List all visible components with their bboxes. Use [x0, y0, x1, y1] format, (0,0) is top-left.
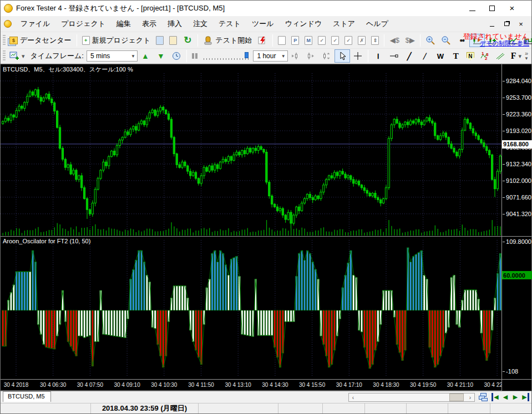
crosshair-tool-button[interactable] [350, 49, 366, 63]
close-order-icon: ✓ [331, 36, 339, 45]
vline-tool-button[interactable]: Ⅰ [371, 49, 386, 63]
tile-windows-button[interactable] [479, 393, 489, 402]
scroll-left-icon[interactable]: ‹ [349, 393, 357, 401]
open-project-button[interactable] [153, 34, 166, 47]
elliott-wave-tool-button[interactable]: 312 [477, 49, 493, 63]
scrollbar-track[interactable] [357, 393, 466, 401]
zoom-out-button[interactable] [438, 34, 454, 47]
deposit-icon: ◀$ [389, 35, 399, 45]
chevron-down-icon: ▼ [277, 54, 286, 59]
time-settings-button[interactable] [169, 49, 184, 63]
time-axis[interactable]: 30 4 201830 4 06:3030 4 07:5030 4 09:103… [1, 380, 501, 391]
timeframe-label: タイムフレーム: [28, 49, 87, 63]
mdi-minimize-button[interactable] [487, 19, 497, 28]
deposit-button[interactable]: ◀$ [387, 34, 402, 47]
new-chart-button[interactable]: ▾ [7, 49, 28, 63]
menu-store[interactable]: ストア [327, 17, 361, 31]
chevron-down-icon: ▼ [524, 56, 529, 61]
speed-slider[interactable] [204, 52, 250, 60]
chart-region: BTCUSD、M5、セル:303400、スケール:100 % 9284.0409… [1, 64, 531, 391]
text-tool-button[interactable]: T [448, 49, 464, 63]
toolbar-overflow[interactable]: » ▼ [524, 51, 530, 61]
cursor-tool-button[interactable] [335, 49, 350, 63]
modify-order-button[interactable]: ✓ [315, 34, 328, 47]
tab-btcusd-m5[interactable]: BTCUSD, M5 [3, 391, 51, 402]
scroll-right-icon[interactable]: › [466, 393, 474, 401]
menu-project[interactable]: プロジェクト [55, 17, 111, 31]
channel-tool-icon [495, 51, 505, 61]
menu-view[interactable]: 表示 [136, 17, 162, 31]
price-axis[interactable]: 9284.0409253.7009223.3609193.0209162.680… [501, 64, 531, 237]
new-order-button[interactable] [275, 34, 288, 47]
font-tool-button[interactable]: F ▾ [508, 49, 524, 63]
withdraw-button[interactable]: $▶ [402, 34, 418, 47]
pending-order-button[interactable]: P [288, 34, 302, 47]
go-prev-button[interactable]: ◀ [501, 393, 509, 401]
ray-tool-button[interactable]: ╱ [417, 49, 433, 63]
step-updown-button[interactable] [319, 49, 335, 63]
start-test-button[interactable]: テスト開始 [200, 34, 255, 47]
data-center-button[interactable]: $ データセンター [7, 34, 74, 47]
maximize-button[interactable] [486, 3, 498, 13]
menu-help[interactable]: ヘルプ [361, 17, 394, 31]
indicator-axis-top: 109.8000 [506, 238, 531, 245]
timeframe-down-button[interactable]: ▼ [153, 49, 169, 63]
quick-test-button[interactable] [255, 34, 270, 47]
menu-tools[interactable]: ツール [246, 17, 280, 31]
menu-orders[interactable]: 注文 [188, 17, 213, 31]
save-project-button[interactable] [166, 34, 180, 47]
minimize-button[interactable] [466, 3, 478, 13]
menu-insert[interactable]: 挿入 [162, 17, 188, 31]
slider-thumb[interactable] [245, 52, 249, 58]
time-tick: 30 4 15:50 [299, 382, 325, 388]
note-tool-button[interactable]: N [464, 50, 477, 62]
go-first-button[interactable]: ◀ [492, 393, 499, 401]
go-next-button[interactable]: ▶ [511, 393, 519, 401]
horizontal-scrollbar[interactable]: ‹ › [348, 393, 475, 402]
main-chart[interactable]: BTCUSD、M5、セル:303400、スケール:100 % [1, 64, 501, 237]
up-arrow-icon: ▲ [140, 51, 150, 61]
go-last-button[interactable]: ▶ [521, 393, 529, 401]
candle-forward-icon [306, 51, 316, 61]
scrollbar-thumb[interactable] [449, 393, 464, 401]
sort-orders-icon: ⇕ [371, 36, 379, 45]
close-order-button[interactable]: ✓ [328, 34, 342, 47]
hline-tool-button[interactable] [386, 49, 402, 63]
chevron-down-icon: ▼ [126, 54, 135, 59]
trendline-tool-button[interactable]: ╱ [402, 49, 417, 63]
tester-icon [203, 35, 213, 45]
current-price-box: 9168.800 [502, 140, 532, 149]
timeframe-select[interactable]: 5 mins ▼ [87, 50, 138, 62]
wave-tool-button[interactable]: W [433, 49, 448, 63]
step-back-button[interactable] [288, 49, 303, 63]
new-project-button[interactable]: + 新規プロジェクト [79, 34, 154, 47]
zoom-in-button[interactable] [423, 34, 438, 47]
time-tick: 30 4 22:30 [484, 382, 501, 388]
delete-order-button[interactable]: ✗ [355, 34, 368, 47]
svg-text:1: 1 [482, 52, 484, 56]
title-bar: Forex Tester 4 - 登録されていません - [project1] … [1, 1, 531, 16]
toolbar-grip[interactable] [3, 35, 6, 46]
speed-select[interactable]: 1 hour ▼ [253, 50, 287, 62]
mdi-restore-button[interactable] [501, 19, 511, 28]
menu-edit[interactable]: 編集 [111, 17, 136, 31]
price-tick: 9071.660 [506, 194, 531, 201]
pause-button[interactable] [189, 52, 200, 60]
close-button[interactable]: × [506, 3, 518, 13]
menu-file[interactable]: ファイル [15, 17, 55, 31]
timeframe-up-button[interactable]: ▲ [138, 49, 153, 63]
restart-project-button[interactable]: ↻ [180, 34, 195, 47]
indicator-panel[interactable]: Aroon_Oscilator for FT2 (10, 50) [1, 237, 501, 380]
menu-window[interactable]: ウィンドウ [280, 17, 328, 31]
sort-orders-button[interactable]: ⇕ [368, 34, 382, 47]
market-order-button[interactable]: M [302, 34, 315, 47]
pause-icon [192, 53, 197, 59]
toolbar-grip2[interactable] [3, 50, 6, 62]
mdi-close-button[interactable]: × [516, 19, 526, 28]
demo-limits-link[interactable]: デモの制限を参照 [463, 40, 529, 47]
channel-tool-button[interactable] [493, 49, 508, 63]
step-forward-button[interactable] [303, 49, 319, 63]
menu-test[interactable]: テスト [213, 17, 246, 31]
close-all-button[interactable]: ✓ [342, 34, 355, 47]
indicator-axis[interactable]: 109.8000 -108 60.0000 [501, 237, 531, 380]
